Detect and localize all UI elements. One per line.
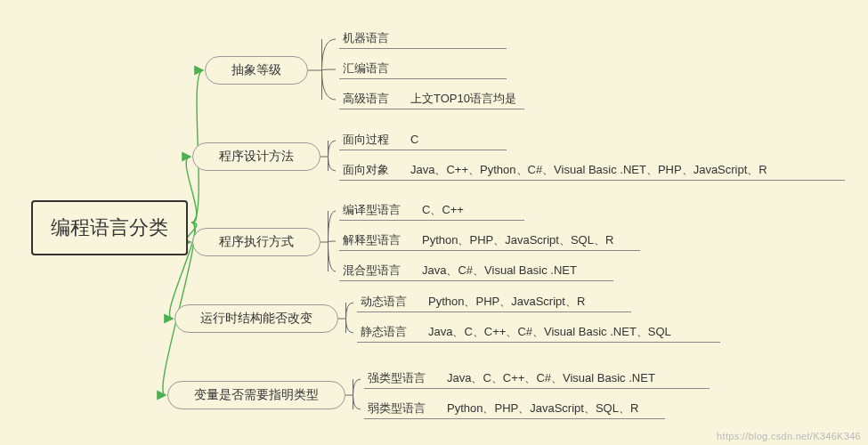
leaf-row-2-0: 编译型语言C、C++ <box>339 202 524 221</box>
branch-label: 运行时结构能否改变 <box>200 311 312 325</box>
branch-node-4: 变量是否需要指明类型 <box>167 381 345 409</box>
leaf-row-4-0: 强类型语言Java、C、C++、C#、Visual Basic .NET <box>364 370 710 389</box>
branch-node-0: 抽象等级 <box>205 56 308 85</box>
leaf-row-3-0: 动态语言Python、PHP、JavaScript、R <box>357 294 631 312</box>
leaf-row-2-2: 混合型语言Java、C#、Visual Basic .NET <box>339 263 613 281</box>
leaf-label: 混合型语言 <box>343 263 401 279</box>
branch-node-2: 程序执行方式 <box>192 228 320 256</box>
leaf-row-0-0: 机器语言 <box>339 30 507 49</box>
branch-label: 变量是否需要指明类型 <box>194 387 319 401</box>
leaf-label: 动态语言 <box>361 294 407 310</box>
leaf-detail: Python、PHP、JavaScript、SQL、R <box>422 232 613 248</box>
leaf-detail: 上文TOP10语言均是 <box>410 91 516 107</box>
root-label: 编程语言分类 <box>51 216 168 239</box>
leaf-label: 静态语言 <box>361 324 407 340</box>
branch-label: 抽象等级 <box>231 62 281 77</box>
root-node: 编程语言分类 <box>31 200 188 255</box>
leaf-detail: C、C++ <box>422 202 464 218</box>
leaf-label: 面向过程 <box>343 132 389 148</box>
leaf-label: 弱类型语言 <box>368 400 426 417</box>
branch-label: 程序设计方法 <box>219 149 294 163</box>
leaf-label: 机器语言 <box>343 30 389 46</box>
leaf-detail: Java、C#、Visual Basic .NET <box>422 263 577 279</box>
leaf-label: 解释型语言 <box>343 232 401 248</box>
watermark-text: https://blog.csdn.net/K346K346 <box>717 431 861 441</box>
leaf-row-1-0: 面向过程C <box>339 132 507 150</box>
leaf-row-0-2: 高级语言上文TOP10语言均是 <box>339 91 524 109</box>
leaf-label: 面向对象 <box>343 162 389 178</box>
leaf-detail: Java、C、C++、C#、Visual Basic .NET <box>447 370 655 386</box>
leaf-row-2-1: 解释型语言Python、PHP、JavaScript、SQL、R <box>339 232 640 251</box>
leaf-label: 编译型语言 <box>343 202 401 218</box>
leaf-row-1-1: 面向对象Java、C++、Python、C#、Visual Basic .NET… <box>339 162 845 181</box>
branch-node-3: 运行时结构能否改变 <box>174 304 338 333</box>
leaf-detail: Java、C++、Python、C#、Visual Basic .NET、PHP… <box>410 162 767 178</box>
leaf-label: 强类型语言 <box>368 370 426 386</box>
leaf-row-3-1: 静态语言Java、C、C++、C#、Visual Basic .NET、SQL <box>357 324 720 343</box>
leaf-detail: Python、PHP、JavaScript、R <box>428 294 585 310</box>
leaf-label: 汇编语言 <box>343 61 389 77</box>
leaf-detail: Java、C、C++、C#、Visual Basic .NET、SQL <box>428 324 671 340</box>
leaf-label: 高级语言 <box>343 91 389 107</box>
leaf-row-0-1: 汇编语言 <box>339 61 507 79</box>
leaf-detail: C <box>410 133 418 146</box>
branch-node-1: 程序设计方法 <box>192 142 320 171</box>
branch-label: 程序执行方式 <box>219 234 294 248</box>
leaf-detail: Python、PHP、JavaScript、SQL、R <box>447 400 638 417</box>
leaf-row-4-1: 弱类型语言Python、PHP、JavaScript、SQL、R <box>364 400 665 419</box>
